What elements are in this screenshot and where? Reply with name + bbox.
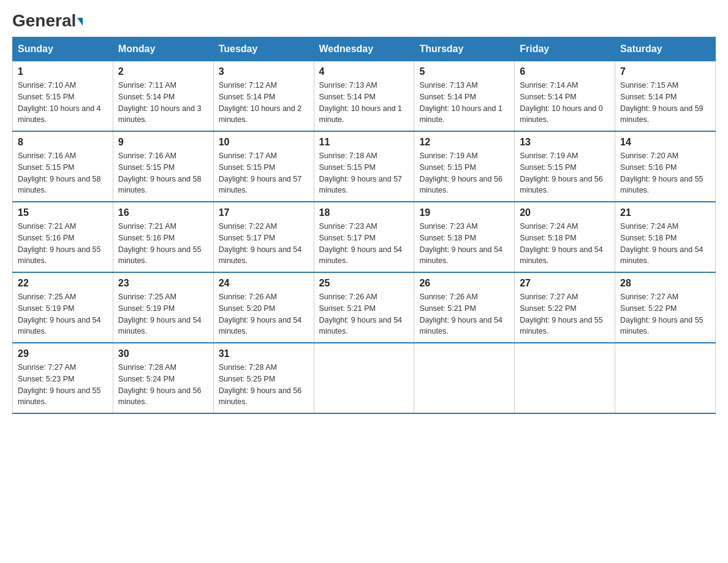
day-number: 11	[319, 137, 409, 148]
day-number: 2	[118, 66, 208, 77]
day-number: 3	[219, 66, 309, 77]
day-info: Sunrise: 7:26 AMSunset: 5:20 PMDaylight:…	[219, 293, 302, 335]
calendar-cell: 12 Sunrise: 7:19 AMSunset: 5:15 PMDaylig…	[414, 131, 515, 202]
calendar-cell: 7 Sunrise: 7:15 AMSunset: 5:14 PMDayligh…	[615, 61, 716, 132]
day-info: Sunrise: 7:16 AMSunset: 5:15 PMDaylight:…	[118, 151, 202, 194]
day-number: 16	[118, 207, 208, 218]
calendar-cell: 11 Sunrise: 7:18 AMSunset: 5:15 PMDaylig…	[314, 131, 414, 202]
day-info: Sunrise: 7:13 AMSunset: 5:14 PMDaylight:…	[419, 81, 502, 124]
day-info: Sunrise: 7:17 AMSunset: 5:15 PMDaylight:…	[219, 151, 302, 194]
calendar-cell: 8 Sunrise: 7:16 AMSunset: 5:15 PMDayligh…	[13, 131, 113, 202]
day-info: Sunrise: 7:16 AMSunset: 5:15 PMDaylight:…	[18, 151, 101, 194]
day-info: Sunrise: 7:24 AMSunset: 5:18 PMDaylight:…	[520, 222, 603, 265]
calendar-cell: 15 Sunrise: 7:21 AMSunset: 5:16 PMDaylig…	[13, 202, 113, 272]
weekday-header-monday: Monday	[113, 37, 213, 61]
calendar-cell: 31 Sunrise: 7:28 AMSunset: 5:25 PMDaylig…	[213, 343, 314, 413]
calendar-week-row: 15 Sunrise: 7:21 AMSunset: 5:16 PMDaylig…	[13, 202, 716, 272]
day-number: 20	[520, 207, 610, 218]
day-info: Sunrise: 7:19 AMSunset: 5:15 PMDaylight:…	[520, 151, 603, 194]
calendar-cell: 16 Sunrise: 7:21 AMSunset: 5:16 PMDaylig…	[113, 202, 213, 272]
day-info: Sunrise: 7:28 AMSunset: 5:25 PMDaylight:…	[219, 363, 302, 406]
calendar-week-row: 22 Sunrise: 7:25 AMSunset: 5:19 PMDaylig…	[13, 272, 716, 343]
calendar-cell: 2 Sunrise: 7:11 AMSunset: 5:14 PMDayligh…	[113, 61, 213, 132]
day-number: 22	[18, 278, 108, 289]
day-number: 5	[419, 66, 509, 77]
day-number: 19	[419, 207, 509, 218]
day-number: 21	[620, 207, 710, 218]
day-number: 28	[620, 278, 710, 289]
day-info: Sunrise: 7:27 AMSunset: 5:22 PMDaylight:…	[520, 293, 603, 335]
calendar-cell: 10 Sunrise: 7:17 AMSunset: 5:15 PMDaylig…	[213, 131, 314, 202]
day-number: 14	[620, 137, 710, 148]
day-number: 9	[118, 137, 208, 148]
weekday-header-thursday: Thursday	[414, 37, 515, 61]
calendar-cell	[314, 343, 414, 413]
day-info: Sunrise: 7:20 AMSunset: 5:16 PMDaylight:…	[620, 151, 703, 194]
day-info: Sunrise: 7:25 AMSunset: 5:19 PMDaylight:…	[18, 293, 101, 335]
day-info: Sunrise: 7:25 AMSunset: 5:19 PMDaylight:…	[118, 293, 202, 335]
day-info: Sunrise: 7:12 AMSunset: 5:14 PMDaylight:…	[219, 81, 302, 124]
day-number: 18	[319, 207, 409, 218]
calendar-cell: 9 Sunrise: 7:16 AMSunset: 5:15 PMDayligh…	[113, 131, 213, 202]
calendar-cell: 19 Sunrise: 7:23 AMSunset: 5:18 PMDaylig…	[414, 202, 515, 272]
day-info: Sunrise: 7:23 AMSunset: 5:18 PMDaylight:…	[419, 222, 502, 265]
calendar-week-row: 1 Sunrise: 7:10 AMSunset: 5:15 PMDayligh…	[13, 61, 716, 132]
calendar-cell: 30 Sunrise: 7:28 AMSunset: 5:24 PMDaylig…	[113, 343, 213, 413]
day-number: 12	[419, 137, 509, 148]
day-info: Sunrise: 7:19 AMSunset: 5:15 PMDaylight:…	[419, 151, 502, 194]
day-number: 27	[520, 278, 610, 289]
calendar-cell: 20 Sunrise: 7:24 AMSunset: 5:18 PMDaylig…	[515, 202, 615, 272]
calendar-table: SundayMondayTuesdayWednesdayThursdayFrid…	[12, 37, 716, 414]
day-number: 10	[219, 137, 309, 148]
day-number: 29	[18, 348, 108, 359]
calendar-cell: 18 Sunrise: 7:23 AMSunset: 5:17 PMDaylig…	[314, 202, 414, 272]
calendar-cell: 1 Sunrise: 7:10 AMSunset: 5:15 PMDayligh…	[13, 61, 113, 132]
calendar-cell: 22 Sunrise: 7:25 AMSunset: 5:19 PMDaylig…	[13, 272, 113, 343]
weekday-header-row: SundayMondayTuesdayWednesdayThursdayFrid…	[13, 37, 716, 61]
calendar-cell: 23 Sunrise: 7:25 AMSunset: 5:19 PMDaylig…	[113, 272, 213, 343]
calendar-cell	[515, 343, 615, 413]
weekday-header-wednesday: Wednesday	[314, 37, 414, 61]
day-number: 17	[219, 207, 309, 218]
calendar-cell: 5 Sunrise: 7:13 AMSunset: 5:14 PMDayligh…	[414, 61, 515, 132]
calendar-cell: 28 Sunrise: 7:27 AMSunset: 5:22 PMDaylig…	[615, 272, 716, 343]
day-number: 24	[219, 278, 309, 289]
day-info: Sunrise: 7:23 AMSunset: 5:17 PMDaylight:…	[319, 222, 403, 265]
calendar-cell: 3 Sunrise: 7:12 AMSunset: 5:14 PMDayligh…	[213, 61, 314, 132]
day-number: 1	[18, 66, 108, 77]
day-info: Sunrise: 7:18 AMSunset: 5:15 PMDaylight:…	[319, 151, 403, 194]
calendar-cell: 29 Sunrise: 7:27 AMSunset: 5:23 PMDaylig…	[13, 343, 113, 413]
day-number: 15	[18, 207, 108, 218]
day-info: Sunrise: 7:10 AMSunset: 5:15 PMDaylight:…	[18, 81, 101, 124]
calendar-week-row: 8 Sunrise: 7:16 AMSunset: 5:15 PMDayligh…	[13, 131, 716, 202]
day-info: Sunrise: 7:21 AMSunset: 5:16 PMDaylight:…	[18, 222, 101, 265]
calendar-cell	[615, 343, 716, 413]
day-number: 4	[319, 66, 409, 77]
day-info: Sunrise: 7:11 AMSunset: 5:14 PMDaylight:…	[118, 81, 202, 124]
calendar-cell: 27 Sunrise: 7:27 AMSunset: 5:22 PMDaylig…	[515, 272, 615, 343]
logo: General	[12, 12, 83, 31]
day-number: 25	[319, 278, 409, 289]
calendar-cell: 4 Sunrise: 7:13 AMSunset: 5:14 PMDayligh…	[314, 61, 414, 132]
day-number: 8	[18, 137, 108, 148]
day-number: 30	[118, 348, 208, 359]
day-info: Sunrise: 7:14 AMSunset: 5:14 PMDaylight:…	[520, 81, 603, 124]
weekday-header-saturday: Saturday	[615, 37, 716, 61]
logo-general: General	[12, 12, 83, 29]
day-number: 31	[219, 348, 309, 359]
calendar-cell: 6 Sunrise: 7:14 AMSunset: 5:14 PMDayligh…	[515, 61, 615, 132]
calendar-cell: 24 Sunrise: 7:26 AMSunset: 5:20 PMDaylig…	[213, 272, 314, 343]
calendar-cell: 14 Sunrise: 7:20 AMSunset: 5:16 PMDaylig…	[615, 131, 716, 202]
weekday-header-tuesday: Tuesday	[213, 37, 314, 61]
calendar-cell: 13 Sunrise: 7:19 AMSunset: 5:15 PMDaylig…	[515, 131, 615, 202]
day-info: Sunrise: 7:22 AMSunset: 5:17 PMDaylight:…	[219, 222, 302, 265]
calendar-cell	[414, 343, 515, 413]
day-number: 6	[520, 66, 610, 77]
day-number: 26	[419, 278, 509, 289]
day-info: Sunrise: 7:13 AMSunset: 5:14 PMDaylight:…	[319, 81, 403, 124]
calendar-cell: 26 Sunrise: 7:26 AMSunset: 5:21 PMDaylig…	[414, 272, 515, 343]
weekday-header-friday: Friday	[515, 37, 615, 61]
page-header: General	[12, 12, 716, 31]
day-info: Sunrise: 7:28 AMSunset: 5:24 PMDaylight:…	[118, 363, 202, 406]
calendar-cell: 21 Sunrise: 7:24 AMSunset: 5:18 PMDaylig…	[615, 202, 716, 272]
